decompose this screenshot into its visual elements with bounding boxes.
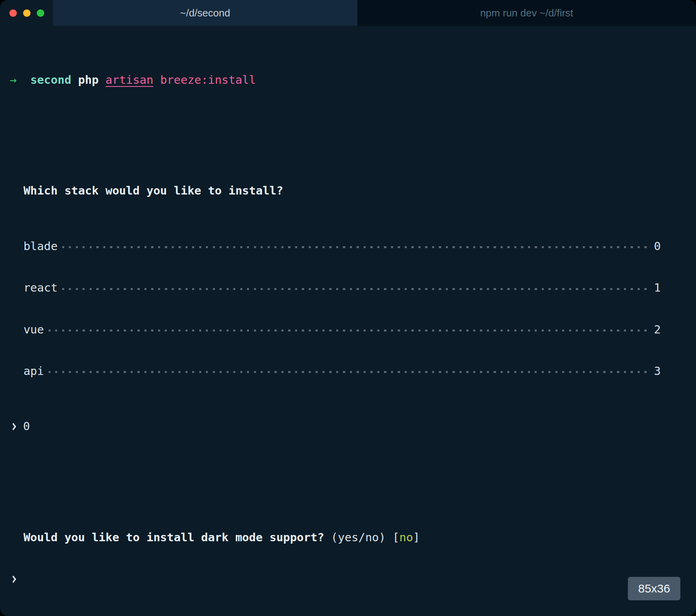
zoom-window-icon[interactable] — [37, 9, 44, 17]
prompt-chevron-icon — [11, 423, 16, 430]
terminal-screen[interactable]: → second php artisan breeze:install Whic… — [0, 26, 696, 616]
question-hint: (yes/no) [ — [324, 531, 399, 544]
prompt-dir: second — [16, 73, 71, 86]
option-blade: blade0 — [10, 240, 686, 253]
option-value: 0 — [654, 240, 661, 253]
prompt-arrow-icon: → — [10, 73, 16, 86]
cmd-php: php — [71, 73, 105, 86]
leader-dots — [62, 288, 647, 290]
option-vue: vue2 — [10, 323, 686, 337]
option-react: react1 — [10, 281, 686, 295]
tab-first-title: npm run dev ~/d/first — [480, 7, 573, 19]
prompt-chevron-icon — [11, 575, 16, 583]
stack-answer-line: 0 — [10, 420, 686, 433]
option-label: react — [23, 281, 58, 295]
terminal-size-badge: 85x36 — [628, 577, 680, 600]
option-value: 1 — [654, 281, 661, 295]
tab-first[interactable]: npm run dev ~/d/first — [357, 0, 696, 26]
cmd-artisan: artisan — [105, 73, 153, 86]
tab-second[interactable]: ~/d/second — [53, 0, 357, 26]
dark-mode-question: Would you like to install dark mode supp… — [10, 531, 686, 544]
cmd-breeze-install: breeze:install — [153, 73, 256, 86]
question-default: no — [399, 531, 413, 544]
option-api: api3 — [10, 364, 686, 378]
option-label: api — [23, 364, 44, 378]
terminal-window: ~/d/second npm run dev ~/d/first → secon… — [0, 0, 696, 616]
question-text: Would you like to install dark mode supp… — [23, 531, 324, 544]
answer-line — [10, 572, 686, 586]
option-label: vue — [23, 323, 44, 337]
question-hint-close: ] — [413, 531, 420, 544]
close-window-icon[interactable] — [9, 9, 17, 17]
stack-answer: 0 — [23, 420, 30, 433]
stack-question: Which stack would you like to install? — [10, 184, 686, 198]
leader-dots — [62, 246, 647, 248]
command-line: → second php artisan breeze:install — [10, 73, 686, 87]
tab-bar: ~/d/second npm run dev ~/d/first — [0, 0, 696, 26]
option-value: 3 — [654, 364, 661, 378]
traffic-lights — [0, 0, 53, 26]
leader-dots — [49, 330, 647, 331]
option-value: 2 — [654, 323, 661, 337]
option-label: blade — [23, 240, 58, 253]
tab-second-title: ~/d/second — [180, 7, 230, 19]
minimize-window-icon[interactable] — [23, 9, 31, 17]
leader-dots — [49, 371, 647, 373]
